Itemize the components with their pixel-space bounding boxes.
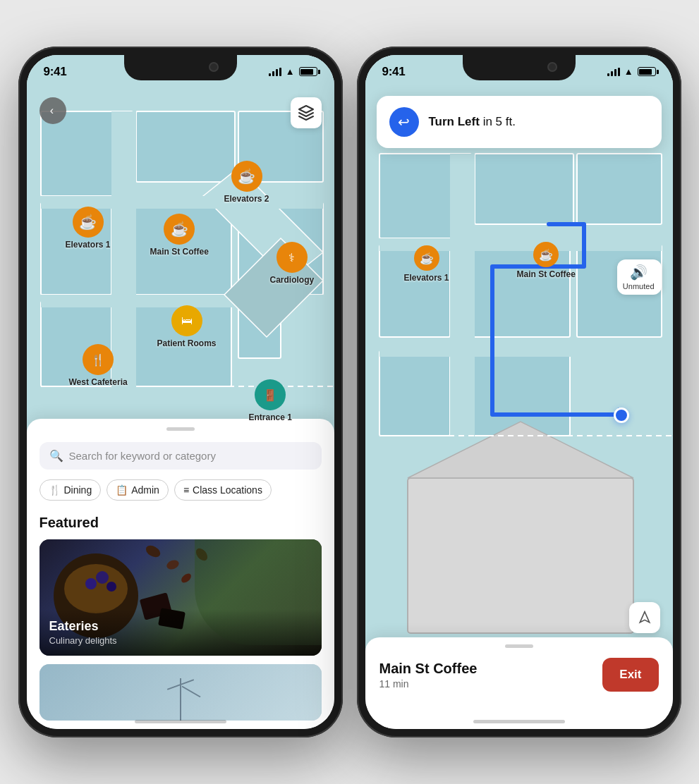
pin-entrance1[interactable]: 🚪 Entrance 1: [249, 379, 292, 422]
battery-2: [638, 67, 656, 76]
map-area-1[interactable]: ‹ ☕ Elevators 1 ☕ Elevators 2: [27, 55, 334, 460]
pin-label-elevators1: Elevators 1: [66, 240, 111, 250]
status-icons-1: ▲: [269, 65, 317, 77]
featured-label: Featured: [39, 515, 322, 531]
turn-distance: in 5 ft.: [483, 115, 516, 128]
signal-1: [269, 68, 281, 76]
admin-icon: 📋: [116, 484, 128, 496]
map-area-2[interactable]: ↩ Turn Left in 5 ft. ☕ Elevators 1 ☕ Mai…: [365, 55, 673, 668]
destination-time: 11 min: [379, 678, 603, 690]
home-indicator-2: [473, 720, 565, 723]
pin-label-mainstcoffee: Main St Coffee: [150, 247, 209, 257]
bottom-bar-2: Main St Coffee 11 min Exit: [365, 637, 673, 729]
home-indicator-1: [135, 720, 226, 723]
search-placeholder-1: Search for keyword or category: [69, 450, 216, 462]
layer-button-1[interactable]: [291, 97, 322, 128]
signal-2: [607, 68, 620, 76]
class-icon: ≡: [183, 484, 189, 496]
svg-rect-12: [111, 111, 136, 436]
unmuted-badge[interactable]: 🔊 Unmuted: [617, 259, 662, 295]
pin-elevators1[interactable]: ☕ Elevators 1: [66, 207, 111, 250]
phone-1: 9:41 ▲: [18, 47, 343, 737]
search-icon-1: 🔍: [49, 449, 63, 463]
battery-1: [299, 67, 317, 76]
featured-card-2[interactable]: [39, 664, 322, 721]
turn-direction: Turn Left: [429, 115, 480, 128]
exit-button[interactable]: Exit: [602, 658, 658, 692]
svg-rect-2: [136, 111, 235, 182]
navigation-icon-2: [638, 611, 652, 625]
wifi-1: ▲: [286, 66, 295, 77]
sheet-handle-2: [505, 644, 533, 648]
pin2-elevators1[interactable]: ☕ Elevators 1: [404, 245, 449, 283]
layers-icon: [298, 104, 315, 121]
svg-rect-23: [379, 351, 450, 436]
pin-label-entrance1: Entrance 1: [249, 412, 292, 422]
destination-name: Main St Coffee: [379, 661, 603, 677]
nav-arrow-button-2[interactable]: [629, 602, 660, 633]
notch-2: [463, 55, 576, 80]
pin-label-elevators2: Elevators 2: [224, 194, 269, 204]
notch-1: [124, 55, 237, 80]
destination-info: Main St Coffee 11 min: [379, 661, 603, 690]
svg-rect-18: [475, 154, 573, 224]
chip-class-label: Class Locations: [193, 484, 262, 496]
pin2-mainstcoffee[interactable]: ☕ Main St Coffee: [517, 242, 576, 279]
featured-card-1-title: Eateries: [49, 619, 312, 634]
chip-dining-label: Dining: [64, 484, 92, 496]
unmuted-icon: 🔊: [630, 264, 648, 281]
phone-2: 9:41 ▲: [357, 47, 681, 737]
pin2-label-elevators1: Elevators 1: [404, 273, 449, 283]
svg-rect-28: [408, 478, 633, 633]
bottom-sheet-1: 🔍 Search for keyword or category 🍴 Dinin…: [27, 419, 334, 729]
pin-mainstcoffee[interactable]: ☕ Main St Coffee: [150, 214, 209, 257]
turn-left-icon: ↩: [398, 114, 410, 130]
svg-rect-19: [577, 154, 662, 224]
turn-icon-circle: ↩: [389, 107, 419, 137]
chip-admin[interactable]: 📋 Admin: [107, 479, 169, 501]
pin-elevators2[interactable]: ☕ Elevators 2: [224, 161, 269, 204]
featured-card-1[interactable]: Eateries Culinary delights: [39, 539, 322, 656]
featured-card-1-subtitle: Culinary delights: [49, 635, 312, 646]
unmuted-label: Unmuted: [623, 282, 655, 290]
search-bar-1[interactable]: 🔍 Search for keyword or category: [39, 442, 322, 470]
turn-instruction-text: Turn Left in 5 ft.: [429, 115, 516, 129]
chip-class-locations[interactable]: ≡ Class Locations: [174, 479, 272, 501]
pin-label-patientrooms: Patient Rooms: [157, 338, 217, 348]
destination-row: Main St Coffee 11 min Exit: [379, 658, 659, 692]
wifi-2: ▲: [624, 66, 633, 77]
phones-container: 9:41 ▲: [0, 25, 699, 759]
back-arrow-icon: ‹: [50, 104, 54, 117]
time-1: 9:41: [44, 65, 67, 79]
pin-label-cardiology: Cardiology: [270, 275, 315, 285]
camera-2: [547, 62, 557, 72]
chips-row-1: 🍴 Dining 📋 Admin ≡ Class Locations: [39, 479, 322, 501]
pin-westcafeteria[interactable]: 🍴 West Cafeteria: [69, 344, 128, 387]
chip-admin-label: Admin: [131, 484, 159, 496]
turn-card: ↩ Turn Left in 5 ft.: [377, 96, 662, 148]
pin-patientrooms[interactable]: 🛏 Patient Rooms: [157, 305, 217, 348]
camera-1: [209, 62, 219, 72]
pin2-label-mainstcoffee: Main St Coffee: [517, 269, 576, 279]
svg-rect-25: [450, 154, 475, 450]
location-dot: [614, 408, 629, 423]
pin-label-westcafeteria: West Cafeteria: [69, 377, 128, 387]
dining-icon: 🍴: [49, 484, 61, 496]
sheet-handle-1: [166, 427, 195, 431]
svg-rect-27: [379, 344, 662, 357]
time-2: 9:41: [382, 65, 406, 79]
status-icons-2: ▲: [607, 65, 656, 77]
back-button-1[interactable]: ‹: [39, 97, 66, 124]
pin-cardiology[interactable]: ⚕ Cardiology: [270, 242, 315, 285]
chip-dining[interactable]: 🍴 Dining: [39, 479, 102, 501]
